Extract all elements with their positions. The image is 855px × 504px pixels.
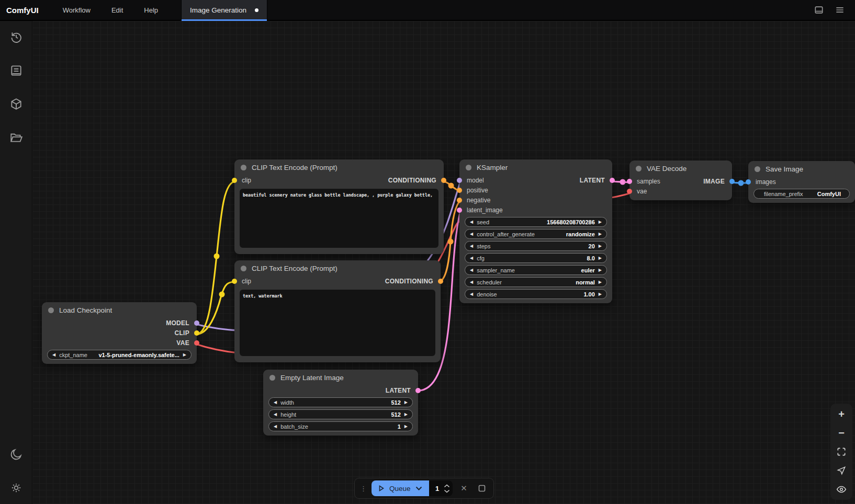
decrement-arrow-icon[interactable]: ◀	[470, 244, 473, 248]
batch-count-stepper[interactable]: 1	[429, 480, 453, 496]
vae-input-port[interactable]	[627, 189, 632, 194]
decrement-arrow-icon[interactable]: ◀	[274, 425, 277, 429]
increment-arrow-icon[interactable]: ▶	[404, 413, 408, 417]
denoise-widget[interactable]: ◀ denoise 1.00 ▶	[465, 289, 607, 299]
stop-icon[interactable]	[476, 482, 488, 495]
collapse-dot-icon[interactable]	[755, 166, 760, 172]
width-widget[interactable]: ◀ width 512 ▶	[268, 397, 413, 407]
queue-dropdown-chevron-icon[interactable]	[415, 486, 422, 490]
images-input-port[interactable]	[746, 179, 751, 185]
node-title-bar[interactable]: KSampler	[459, 159, 612, 175]
positive-input-port[interactable]	[457, 188, 462, 193]
settings-gear-icon[interactable]	[9, 481, 23, 495]
hamburger-menu-icon[interactable]	[832, 2, 848, 18]
increment-arrow-icon[interactable]: ▶	[599, 268, 602, 272]
history-icon[interactable]	[9, 30, 23, 44]
decrement-arrow-icon[interactable]: ◀	[470, 292, 473, 296]
menu-edit[interactable]: Edit	[101, 0, 133, 20]
collapse-dot-icon[interactable]	[241, 165, 246, 170]
samples-input-port[interactable]	[627, 179, 632, 184]
node-empty-latent-image[interactable]: Empty Latent Image LATENT ◀ width 512 ▶ …	[263, 370, 418, 436]
count-down-icon[interactable]	[444, 489, 450, 493]
zoom-in-icon[interactable]: +	[835, 408, 848, 420]
clip-input-port[interactable]	[232, 279, 237, 284]
increment-arrow-icon[interactable]: ▶	[404, 425, 408, 429]
decrement-arrow-icon[interactable]: ◀	[470, 232, 473, 236]
workflows-folder-icon[interactable]	[9, 131, 23, 144]
increment-arrow-icon[interactable]: ▶	[599, 220, 602, 224]
increment-arrow-icon[interactable]: ▶	[183, 353, 186, 357]
increment-arrow-icon[interactable]: ▶	[599, 244, 602, 248]
scheduler-widget[interactable]: ◀ scheduler normal ▶	[465, 277, 607, 287]
node-title-bar[interactable]: CLIP Text Encode (Prompt)	[234, 159, 444, 175]
height-widget[interactable]: ◀ height 512 ▶	[268, 409, 413, 419]
node-graph-canvas[interactable]	[32, 21, 855, 504]
zoom-out-icon[interactable]: −	[835, 427, 848, 439]
clear-queue-icon[interactable]: ✕	[458, 482, 470, 495]
drag-handle-icon[interactable]: ⋮	[360, 485, 366, 492]
control-after-generate-widget[interactable]: ◀ control_after_generate randomize ▶	[465, 229, 607, 239]
collapse-dot-icon[interactable]	[466, 165, 471, 170]
collapse-dot-icon[interactable]	[241, 266, 246, 271]
bottom-panel-toggle-icon[interactable]	[811, 2, 827, 18]
latent-output-port[interactable]	[415, 388, 421, 393]
queue-button[interactable]: Queue	[372, 480, 429, 496]
node-title-bar[interactable]: VAE Decode	[629, 161, 732, 176]
decrement-arrow-icon[interactable]: ◀	[470, 280, 473, 284]
decrement-arrow-icon[interactable]: ◀	[274, 413, 277, 417]
prompt-textarea[interactable]: text, watermark	[240, 290, 435, 356]
negative-input-port[interactable]	[457, 198, 462, 203]
vae-output-port[interactable]	[194, 340, 199, 346]
collapse-dot-icon[interactable]	[269, 375, 275, 381]
node-title-bar[interactable]: Empty Latent Image	[263, 370, 418, 385]
theme-toggle-moon-icon[interactable]	[9, 448, 23, 461]
node-clip-text-encode-positive[interactable]: CLIP Text Encode (Prompt) clip CONDITION…	[234, 159, 444, 254]
decrement-arrow-icon[interactable]: ◀	[470, 220, 473, 224]
decrement-arrow-icon[interactable]: ◀	[52, 353, 55, 357]
menu-help[interactable]: Help	[133, 0, 168, 20]
batch-size-widget[interactable]: ◀ batch_size 1 ▶	[268, 421, 413, 431]
unsaved-indicator-icon[interactable]	[255, 8, 258, 12]
ckpt-name-widget[interactable]: ◀ ckpt_name v1-5-pruned-emaonly.safete..…	[47, 350, 192, 360]
increment-arrow-icon[interactable]: ▶	[404, 400, 408, 405]
node-title-bar[interactable]: Save Image	[748, 161, 855, 177]
workflow-tab[interactable]: Image Generation	[181, 0, 267, 20]
conditioning-output-port[interactable]	[441, 178, 446, 183]
fit-view-icon[interactable]	[835, 445, 848, 458]
seed-widget[interactable]: ◀ seed 156680208700286 ▶	[465, 217, 607, 227]
node-load-checkpoint[interactable]: Load Checkpoint MODEL CLIP VAE ◀ ckpt_na…	[42, 302, 197, 364]
increment-arrow-icon[interactable]: ▶	[599, 232, 602, 236]
prompt-textarea[interactable]: beautiful scenery nature glass bottle la…	[240, 189, 438, 248]
steps-widget[interactable]: ◀ steps 20 ▶	[465, 241, 607, 251]
node-clip-text-encode-negative[interactable]: CLIP Text Encode (Prompt) clip CONDITION…	[234, 260, 441, 362]
decrement-arrow-icon[interactable]: ◀	[274, 400, 277, 405]
decrement-arrow-icon[interactable]: ◀	[470, 268, 473, 272]
increment-arrow-icon[interactable]: ▶	[599, 292, 602, 296]
count-up-icon[interactable]	[444, 484, 450, 488]
sampler-name-widget[interactable]: ◀ sampler_name euler ▶	[465, 265, 607, 275]
increment-arrow-icon[interactable]: ▶	[599, 280, 602, 284]
node-vae-decode[interactable]: VAE Decode samples IMAGE vae	[629, 161, 732, 200]
increment-arrow-icon[interactable]: ▶	[599, 256, 602, 260]
node-title-bar[interactable]: Load Checkpoint	[42, 302, 197, 318]
conditioning-output-port[interactable]	[438, 279, 443, 284]
toggle-link-visibility-eye-icon[interactable]	[835, 483, 848, 496]
collapse-dot-icon[interactable]	[636, 166, 642, 171]
node-ksampler[interactable]: KSampler model LATENT positive negative …	[459, 159, 612, 303]
cfg-widget[interactable]: ◀ cfg 8.0 ▶	[465, 253, 607, 263]
model-output-port[interactable]	[194, 320, 199, 326]
collapse-dot-icon[interactable]	[48, 307, 54, 313]
menu-workflow[interactable]: Workflow	[52, 0, 101, 20]
decrement-arrow-icon[interactable]: ◀	[470, 256, 473, 260]
clip-output-port[interactable]	[194, 330, 199, 336]
model-library-icon[interactable]	[9, 97, 23, 111]
node-title-bar[interactable]: CLIP Text Encode (Prompt)	[234, 260, 441, 276]
clip-input-port[interactable]	[232, 178, 237, 183]
image-output-port[interactable]	[729, 179, 735, 184]
filename-prefix-widget[interactable]: filename_prefix ComfyUI	[753, 189, 850, 199]
model-input-port[interactable]	[457, 178, 462, 183]
node-save-image[interactable]: Save Image images filename_prefix ComfyU…	[748, 161, 855, 203]
latent-image-input-port[interactable]	[457, 208, 462, 213]
queue-icon[interactable]	[9, 64, 23, 77]
select-mode-icon[interactable]	[835, 464, 848, 477]
